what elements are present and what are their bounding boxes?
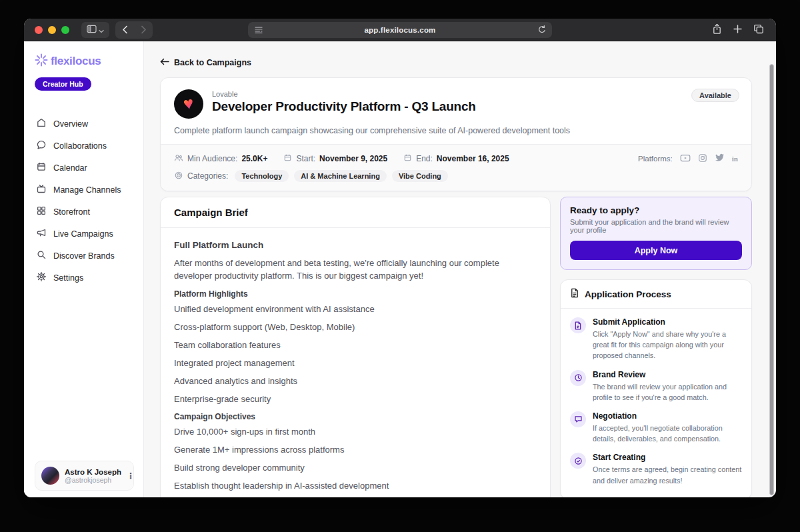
brief-block: Drive 10,000+ sign-ups in first month	[174, 427, 537, 437]
back-to-campaigns-link[interactable]: Back to Campaigns	[160, 58, 251, 67]
profile-menu-icon[interactable]: ⋮	[127, 472, 135, 480]
gear-icon	[36, 271, 47, 285]
history-nav-group	[115, 21, 153, 39]
min-audience: Min Audience: 25.0K+	[174, 153, 267, 165]
home-icon	[36, 117, 47, 131]
brief-block: Platform Highlights	[174, 289, 537, 299]
brief-block: Advanced analytics and insights	[174, 376, 537, 386]
start-date: Start: November 9, 2025	[283, 153, 387, 164]
step-desc: The brand will review your application a…	[593, 381, 742, 403]
zoom-window-button[interactable]	[61, 26, 69, 34]
avatar	[41, 467, 59, 485]
tab-overview-icon[interactable]	[753, 24, 764, 37]
sidebar-item-calendar[interactable]: Calendar	[35, 159, 134, 177]
starburst-logo-icon	[35, 53, 48, 69]
brief-block: Integrated project management	[174, 358, 537, 368]
sidebar-item-manage-channels[interactable]: Manage Channels	[35, 181, 134, 199]
brief-block: Unified development environment with AI …	[174, 304, 537, 314]
megaphone-icon	[36, 227, 47, 241]
campaign-title: Developer Productivity Platform - Q3 Lau…	[212, 99, 476, 114]
app-logo[interactable]: flexilocus	[35, 53, 134, 69]
target-icon	[174, 171, 183, 182]
calendar-icon	[36, 161, 47, 175]
step-desc: If accepted, you'll negotiate collaborat…	[593, 423, 742, 444]
start-label: Start:	[296, 154, 315, 163]
url-text: app.flexilocus.com	[364, 26, 435, 34]
chat-bubble-icon	[36, 139, 47, 153]
platforms-label: Platforms:	[638, 155, 673, 163]
status-badge: Available	[691, 89, 739, 102]
document-icon	[570, 317, 586, 333]
campaign-meta: Min Audience: 25.0K+ Start: November 9, …	[161, 144, 751, 191]
close-window-button[interactable]	[35, 26, 43, 34]
brief-block: Campaign Objectives	[174, 412, 537, 421]
step-title: Start Creating	[593, 453, 742, 462]
youtube-icon	[680, 153, 691, 165]
browser-window: app.flexilocus.com flexilocu	[24, 19, 776, 497]
document-icon	[570, 288, 579, 300]
people-icon	[174, 153, 183, 165]
end-date: End: November 16, 2025	[403, 153, 509, 164]
brand-name: Lovable	[212, 90, 476, 98]
sidebar-item-discover-brands[interactable]: Discover Brands	[35, 247, 134, 265]
process-step: Start Creating Once terms are agreed, be…	[570, 453, 742, 485]
reader-mode-icon[interactable]	[254, 25, 263, 37]
forward-button[interactable]	[134, 21, 153, 39]
process-step: Negotiation If accepted, you'll negotiat…	[570, 411, 742, 444]
category-pill: Vibe Coding	[392, 170, 448, 182]
chevron-down-icon	[99, 24, 104, 36]
back-button[interactable]	[115, 21, 134, 39]
sidebar-item-storefront[interactable]: Storefront	[35, 203, 134, 221]
process-step: Submit Application Click "Apply Now" and…	[570, 317, 742, 361]
new-tab-icon[interactable]	[733, 24, 742, 36]
main-content: Back to Campaigns Available ♥ Lovable De…	[144, 41, 776, 497]
process-title: Application Process	[585, 289, 671, 299]
sidebar-item-label: Manage Channels	[53, 185, 121, 195]
back-link-label: Back to Campaigns	[174, 58, 251, 67]
sidebar-panel-icon	[87, 24, 97, 36]
linkedin-icon: in	[732, 155, 738, 163]
sidebar-item-label: Discover Brands	[53, 251, 115, 261]
instagram-icon	[698, 153, 707, 165]
user-profile-card[interactable]: Astro K Joseph @astrokjoseph ⋮	[35, 461, 134, 491]
step-desc: Click "Apply Now" and share why you're a…	[593, 329, 742, 361]
category-pill: Technology	[235, 170, 289, 182]
sidebar-toggle-button[interactable]	[81, 22, 109, 38]
end-label: End:	[416, 154, 433, 163]
reload-icon[interactable]	[537, 25, 547, 37]
chat-icon	[570, 411, 586, 427]
end-value: November 16, 2025	[437, 154, 509, 163]
step-title: Submit Application	[593, 317, 742, 327]
start-value: November 9, 2025	[319, 154, 387, 163]
sidebar-item-settings[interactable]: Settings	[35, 269, 134, 287]
campaign-header-card: Available ♥ Lovable Developer Productivi…	[160, 77, 752, 191]
platforms: Platforms: in	[638, 153, 738, 165]
profile-name: Astro K Joseph	[65, 468, 121, 476]
browser-titlebar: app.flexilocus.com	[24, 19, 776, 41]
apply-subtitle: Submit your application and the brand wi…	[570, 218, 742, 234]
sidebar-item-live-campaigns[interactable]: Live Campaigns	[35, 225, 134, 243]
sidebar-item-overview[interactable]: Overview	[35, 115, 134, 133]
sidebar-item-collaborations[interactable]: Collaborations	[35, 137, 134, 155]
sidebar-item-label: Storefront	[53, 207, 90, 217]
calendar-icon	[283, 153, 292, 164]
address-bar[interactable]: app.flexilocus.com	[248, 22, 552, 38]
minimize-window-button[interactable]	[48, 26, 56, 34]
heart-icon: ♥	[182, 94, 195, 113]
share-icon[interactable]	[712, 23, 722, 37]
traffic-lights	[35, 26, 69, 34]
brief-block: Team collaboration features	[174, 340, 537, 350]
search-icon	[36, 249, 47, 263]
grid-icon	[36, 205, 47, 219]
profile-handle: @astrokjoseph	[65, 476, 121, 484]
sidebar-item-label: Live Campaigns	[53, 229, 113, 239]
sidebar-item-label: Collaborations	[53, 141, 107, 151]
app-sidebar: flexilocus Creator Hub Overview Collabor…	[24, 41, 144, 497]
vertical-scrollbar[interactable]	[769, 64, 774, 495]
titlebar-actions	[712, 19, 764, 41]
check-circle-icon	[570, 453, 586, 469]
creator-hub-badge: Creator Hub	[35, 77, 91, 91]
apply-now-button[interactable]: Apply Now	[570, 241, 742, 260]
app-logo-text: flexilocus	[51, 55, 101, 68]
categories: Categories:	[174, 171, 228, 182]
